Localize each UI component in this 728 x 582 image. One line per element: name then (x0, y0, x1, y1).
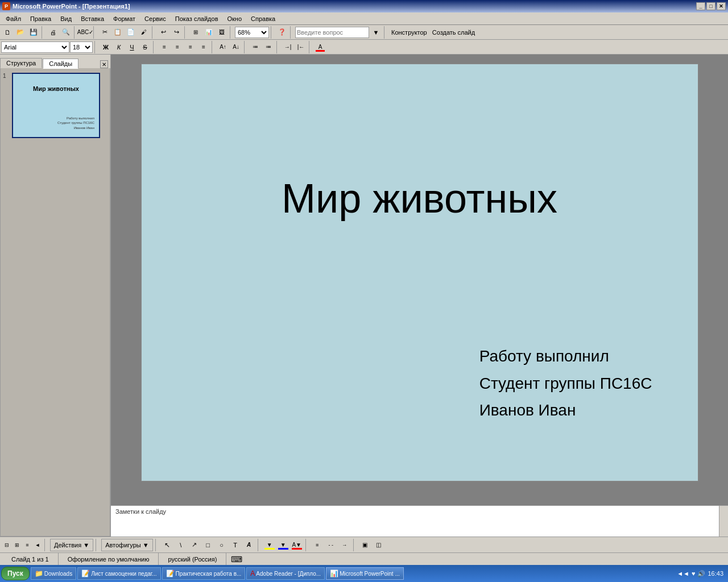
maximize-button[interactable]: □ (706, 2, 715, 10)
view-toggle-2[interactable]: ⊞ (13, 539, 22, 551)
taskbar: Пуск 📁 Downloads 📝 Лист самооценки педаг… (0, 565, 728, 582)
minimize-button[interactable]: _ (696, 2, 705, 10)
format-painter[interactable]: 🖌 (138, 26, 150, 39)
3d-style[interactable]: ◫ (373, 539, 385, 551)
slide-thumbnail-1[interactable]: 1 Мир животных Работу выполнил Студент г… (3, 73, 107, 138)
bullet-list[interactable]: ≔ (249, 41, 262, 53)
align-left[interactable]: ≡ (158, 41, 171, 53)
search-go[interactable]: ▼ (370, 26, 382, 39)
numbered-list[interactable]: ≔ (262, 41, 275, 53)
notes-scrollbar[interactable] (719, 506, 728, 537)
slide-preview[interactable]: Мир животных Работу выполнил Студент гру… (12, 73, 100, 138)
system-clock: 16:43 (708, 570, 723, 577)
actions-button[interactable]: Действия ▼ (50, 539, 93, 551)
taskbar-item-powerpoint[interactable]: 📊 Microsoft PowerPoint ... (326, 567, 404, 580)
rect-tool[interactable]: □ (202, 539, 214, 551)
start-button[interactable]: Пуск (1, 567, 30, 580)
tray-arrows: ◄◄ (677, 570, 689, 577)
dash-style[interactable]: - - (325, 539, 337, 551)
ellipse-tool[interactable]: ○ (216, 539, 228, 551)
new-button[interactable]: 🗋 (1, 26, 14, 39)
view-toggle-1[interactable]: ⊟ (2, 539, 11, 551)
arrow-style[interactable]: → (338, 539, 351, 551)
slide-number: 1 (3, 73, 10, 79)
autoshapes-button[interactable]: Автофигуры ▼ (101, 539, 153, 551)
indent-increase[interactable]: →| (282, 41, 294, 53)
font-color-draw[interactable]: A▼ (291, 539, 303, 551)
menu-file[interactable]: Файл (1, 14, 26, 23)
menu-help[interactable]: Справка (246, 14, 280, 23)
constructor-label[interactable]: Конструктор (391, 29, 427, 36)
redo-button[interactable]: ↪ (170, 26, 183, 39)
thumbnail-sub1: Работу выполнил (57, 116, 94, 120)
textbox-tool[interactable]: T (229, 539, 242, 551)
increase-font[interactable]: A↑ (217, 41, 229, 53)
indent-decrease[interactable]: |← (295, 41, 307, 53)
menu-format[interactable]: Формат (109, 14, 140, 23)
line-tool[interactable]: \ (175, 539, 187, 551)
view-toggle-3[interactable]: ≡ (23, 539, 32, 551)
wordart-tool[interactable]: A (243, 539, 255, 551)
menu-view[interactable]: Вид (56, 14, 76, 23)
arrow-tool[interactable]: ↗ (188, 539, 201, 551)
preview-button[interactable]: 🔍 (60, 26, 72, 39)
slide-info: Слайд 1 из 1 (2, 553, 59, 565)
menu-edit[interactable]: Правка (26, 14, 56, 23)
scroll-left[interactable]: ◄ (33, 539, 42, 551)
menu-tools[interactable]: Сервис (140, 14, 171, 23)
taskbar-item-samooценka[interactable]: 📝 Лист самооценки педаг... (77, 567, 160, 580)
taskbar-item-downloads[interactable]: 📁 Downloads (31, 567, 76, 580)
undo-button[interactable]: ↩ (157, 26, 169, 39)
underline-button[interactable]: Ч (126, 41, 138, 53)
font-selector[interactable]: Arial (1, 41, 69, 53)
line-color[interactable]: ▼ (277, 539, 289, 551)
word-icon-2: 📝 (166, 569, 175, 577)
insert-chart[interactable]: 📊 (202, 26, 215, 39)
separator (353, 539, 357, 551)
taskbar-item-practical[interactable]: 📝 Практическая работа в... (162, 567, 246, 580)
open-button[interactable]: 📂 (14, 26, 27, 39)
taskbar-item-adobe[interactable]: A Adobe Reader - [Дипло... (246, 567, 325, 580)
fill-color[interactable]: ▼ (263, 539, 276, 551)
font-color[interactable]: A (314, 41, 326, 53)
system-tray: ◄◄ ♥ 🔊 16:43 (673, 570, 727, 577)
search-input[interactable] (295, 27, 369, 38)
cut-button[interactable]: ✂ (98, 26, 111, 39)
help-button[interactable]: ❓ (276, 26, 288, 39)
tab-slides[interactable]: Слайды (43, 59, 78, 69)
line-style[interactable]: ≡ (311, 539, 324, 551)
fontsize-selector[interactable]: 18 12 14 24 36 48 72 (70, 41, 93, 53)
menu-slideshow[interactable]: Показ слайдов (171, 14, 223, 23)
tab-structure[interactable]: Структура (0, 58, 42, 68)
close-button[interactable]: ✕ (717, 2, 726, 10)
decrease-font[interactable]: A↓ (230, 41, 242, 53)
paste-button[interactable]: 📄 (125, 26, 137, 39)
shadow-style[interactable]: ▣ (359, 539, 371, 551)
panel-close-button[interactable]: ✕ (100, 60, 108, 68)
canvas-area[interactable]: Мир животных Работу выполнил Студент гру… (111, 55, 728, 505)
separator (152, 26, 155, 39)
italic-button[interactable]: К (113, 41, 125, 53)
slide-title[interactable]: Мир животных (142, 175, 698, 222)
spellcheck-button[interactable]: ABC✓ (79, 26, 92, 39)
word-icon-1: 📝 (81, 569, 90, 577)
bold-button[interactable]: Ж (100, 41, 112, 53)
save-button[interactable]: 💾 (27, 26, 40, 39)
create-slide-label[interactable]: Создать слайд (432, 29, 475, 36)
zoom-selector[interactable]: 68% 50% 75% 100% (235, 27, 269, 38)
insert-table[interactable]: ⊞ (189, 26, 202, 39)
justify[interactable]: ≡ (197, 41, 210, 53)
align-center[interactable]: ≡ (171, 41, 184, 53)
insert-clip[interactable]: 🖼 (216, 26, 228, 39)
slide-subtitle[interactable]: Работу выполнил Студент группы ПС16С Ива… (479, 343, 652, 424)
menu-window[interactable]: Окно (223, 14, 247, 23)
cursor-tool[interactable]: ↖ (161, 539, 173, 551)
slide-canvas[interactable]: Мир животных Работу выполнил Студент гру… (141, 64, 698, 481)
align-right[interactable]: ≡ (184, 41, 197, 53)
copy-button[interactable]: 📋 (111, 26, 124, 39)
print-button[interactable]: 🖨 (47, 26, 59, 39)
separator (276, 41, 280, 53)
title-bar-buttons[interactable]: _ □ ✕ (696, 2, 726, 10)
menu-insert[interactable]: Вставка (76, 14, 109, 23)
strikethrough-button[interactable]: S (139, 41, 151, 53)
